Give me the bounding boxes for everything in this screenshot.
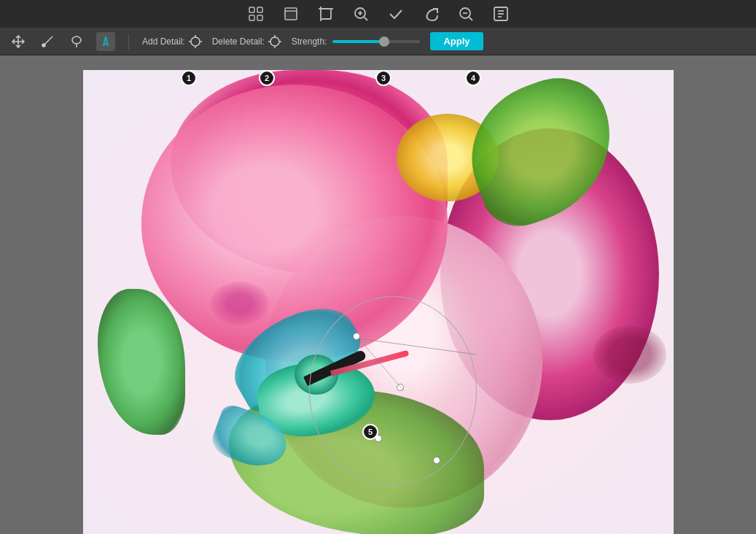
check-icon[interactable] xyxy=(386,4,406,24)
svg-marker-29 xyxy=(104,36,108,45)
add-detail-crosshair-icon[interactable] xyxy=(189,35,202,48)
redo-icon[interactable] xyxy=(421,4,441,24)
layers-icon[interactable] xyxy=(281,4,301,24)
badge-2: 2 xyxy=(259,70,275,86)
svg-rect-3 xyxy=(257,15,262,20)
delete-detail-group: Delete Detail: xyxy=(212,35,281,48)
apply-button[interactable]: Apply xyxy=(430,32,483,50)
add-detail-label: Add Detail: xyxy=(142,36,185,47)
add-detail-group: Add Detail: xyxy=(142,35,202,48)
lasso-tool-button[interactable] xyxy=(67,32,86,51)
svg-line-12 xyxy=(364,18,367,21)
badge-3: 3 xyxy=(375,70,391,86)
export-icon[interactable] xyxy=(491,4,511,24)
svg-rect-6 xyxy=(321,9,331,19)
spot-magenta-right xyxy=(593,325,666,384)
strength-slider[interactable] xyxy=(332,40,420,43)
selection-tool-button[interactable] xyxy=(96,32,115,51)
svg-point-27 xyxy=(72,36,81,44)
brush-tool-button[interactable] xyxy=(38,32,57,51)
annotation-dot-2 xyxy=(397,384,404,391)
zoom-out-icon[interactable] xyxy=(456,4,476,24)
badge-4: 4 xyxy=(465,70,481,86)
strength-label: Strength: xyxy=(292,36,327,47)
svg-rect-1 xyxy=(257,7,262,12)
toolbar-divider-1 xyxy=(128,34,129,50)
main-area: 1 2 3 4 5 xyxy=(0,55,756,534)
svg-rect-2 xyxy=(249,15,254,20)
secondary-toolbar: Add Detail: Delete Detail: Strength: xyxy=(0,28,756,55)
svg-line-25 xyxy=(50,36,52,39)
svg-rect-0 xyxy=(249,7,254,12)
crop-icon[interactable] xyxy=(316,4,336,24)
canvas-container[interactable] xyxy=(83,70,674,534)
annotation-circle-outer xyxy=(309,296,477,486)
badge-1: 1 xyxy=(181,70,197,86)
top-toolbar xyxy=(0,0,756,28)
fit-screen-icon[interactable] xyxy=(246,4,266,24)
annotation-dot-1 xyxy=(353,333,360,340)
strength-group: Strength: xyxy=(292,36,421,47)
svg-line-16 xyxy=(469,18,472,21)
move-tool-button[interactable] xyxy=(9,32,28,51)
badge-5: 5 xyxy=(362,424,378,440)
svg-point-35 xyxy=(270,37,279,46)
svg-point-30 xyxy=(191,37,200,46)
annotation-dot-4 xyxy=(433,457,440,464)
delete-detail-crosshair-icon[interactable] xyxy=(268,35,281,48)
painting xyxy=(83,70,674,534)
zoom-in-icon[interactable] xyxy=(351,4,371,24)
delete-detail-label: Delete Detail: xyxy=(212,36,265,47)
svg-rect-5 xyxy=(285,11,297,20)
svg-point-26 xyxy=(42,44,45,47)
